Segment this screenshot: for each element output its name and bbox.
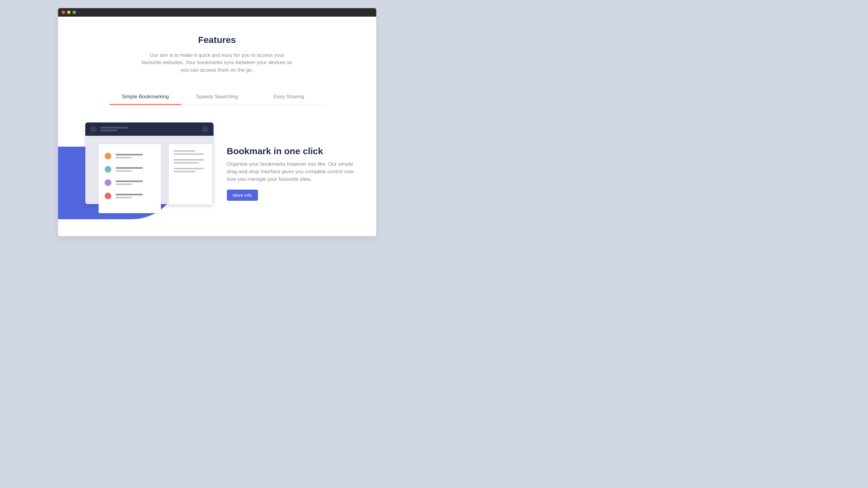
page-content: Features Our aim is to make it quick and… [58, 17, 376, 236]
tab-speedy-searching[interactable]: Speedy Searching [181, 90, 253, 105]
section-subheading: Our aim is to make it quick and easy for… [142, 52, 293, 74]
feature-tabs: Simple Bookmarking Speedy Searching Easy… [110, 90, 325, 105]
mock-line [100, 127, 128, 129]
feature-copy: Bookmark in one click Organize your book… [221, 146, 376, 201]
mock-line [100, 130, 117, 131]
close-icon[interactable] [62, 10, 65, 14]
list-item [105, 166, 155, 173]
list-item [105, 153, 155, 159]
feature-description: Organize your bookmarks however you like… [227, 161, 364, 183]
list-dot-icon [105, 179, 111, 186]
mock-text-panel [169, 144, 212, 205]
feature-panel: Bookmark in one click Organize your book… [58, 123, 376, 224]
maximize-icon[interactable] [72, 10, 76, 14]
browser-window: Features Our aim is to make it quick and… [58, 8, 376, 236]
mock-header [85, 123, 214, 136]
section-heading: Features [58, 35, 376, 45]
feature-title: Bookmark in one click [227, 146, 364, 156]
mock-header-dot-icon [202, 126, 209, 132]
list-item [105, 179, 155, 186]
feature-illustration [58, 123, 221, 224]
more-info-button[interactable]: More Info [227, 190, 258, 201]
tab-easy-sharing[interactable]: Easy Sharing [253, 90, 324, 105]
mock-avatar-icon [90, 126, 97, 132]
tab-simple-bookmarking[interactable]: Simple Bookmarking [110, 90, 181, 105]
minimize-icon[interactable] [67, 10, 70, 14]
window-titlebar [58, 8, 376, 17]
list-item [105, 193, 155, 199]
mock-browser-illustration [85, 123, 214, 204]
list-dot-icon [105, 166, 111, 173]
list-dot-icon [105, 153, 111, 159]
mock-list-panel [99, 144, 161, 213]
list-dot-icon [105, 193, 111, 199]
